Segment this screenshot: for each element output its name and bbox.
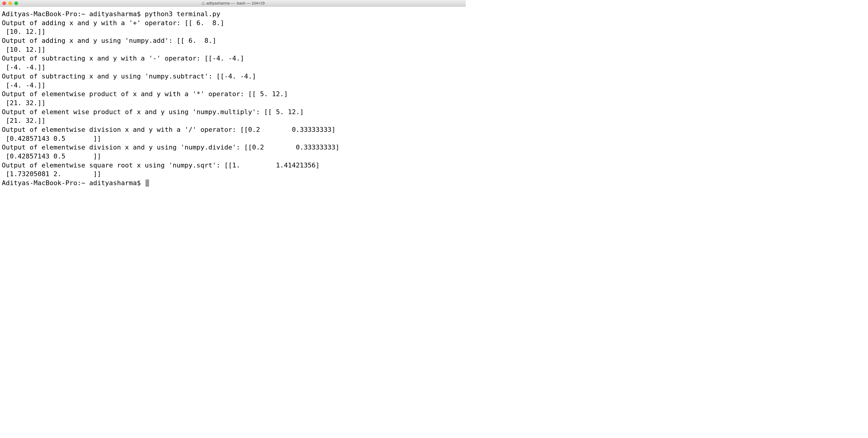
prompt-line-active[interactable]: Adityas-MacBook-Pro:~ adityasharma$ — [2, 178, 464, 188]
output-line: Output of adding x and y using 'numpy.ad… — [2, 36, 464, 45]
output-line: Output of elementwise square root x usin… — [2, 161, 464, 170]
output-line: Output of elementwise product of x and y… — [2, 90, 464, 99]
output-line: [0.42857143 0.5 ]] — [2, 152, 464, 161]
output-line: [-4. -4.]] — [2, 81, 464, 90]
output-line: Output of subtracting x and y with a '-'… — [2, 54, 464, 63]
output-line: Output of subtracting x and y using 'num… — [2, 72, 464, 81]
output-line: [21. 32.]] — [2, 116, 464, 125]
output-line: [10. 12.]] — [2, 27, 464, 36]
prompt-text: Adityas-MacBook-Pro:~ adityasharma$ — [2, 178, 145, 188]
output-line: [-4. -4.]] — [2, 63, 464, 72]
traffic-lights — [2, 1, 18, 5]
prompt-line: Adityas-MacBook-Pro:~ adityasharma$ pyth… — [2, 9, 464, 19]
cursor-icon — [146, 179, 149, 187]
window-titlebar: adityasharma — -bash — 104×29 — [0, 0, 466, 7]
output-line: Output of element wise product of x and … — [2, 107, 464, 116]
terminal-output[interactable]: Adityas-MacBook-Pro:~ adityasharma$ pyth… — [0, 7, 466, 191]
output-line: Output of elementwise division x and y u… — [2, 143, 464, 152]
minimize-button[interactable] — [8, 1, 12, 5]
output-line: [0.42857143 0.5 ]] — [2, 134, 464, 143]
window-title: adityasharma — -bash — 104×29 — [206, 1, 265, 5]
close-button[interactable] — [2, 1, 6, 5]
maximize-button[interactable] — [14, 1, 18, 5]
output-line: [1.73205081 2. ]] — [2, 170, 464, 178]
title-wrap: adityasharma — -bash — 104×29 — [0, 1, 466, 5]
output-line: [10. 12.]] — [2, 45, 464, 54]
output-line: Output of adding x and y with a '+' oper… — [2, 19, 464, 28]
output-line: Output of elementwise division x and y w… — [2, 125, 464, 134]
home-icon — [201, 1, 205, 5]
output-line: [21. 32.]] — [2, 99, 464, 107]
